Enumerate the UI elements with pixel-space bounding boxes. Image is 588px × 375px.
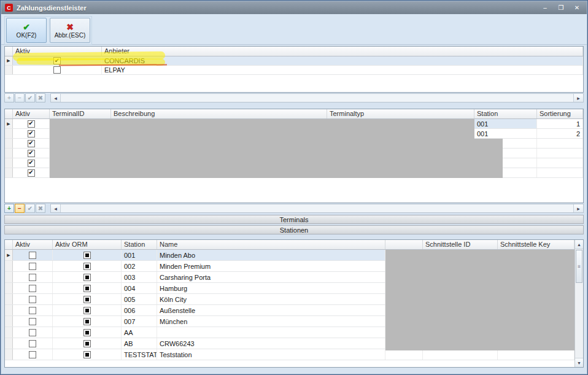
column-header-sortierung[interactable]: Sortierung — [537, 109, 583, 118]
scroll-right-icon[interactable]: ▸ — [573, 204, 583, 212]
checkbox[interactable] — [29, 351, 36, 358]
checkbox[interactable] — [28, 169, 35, 177]
checkbox[interactable] — [53, 66, 61, 74]
column-header-schnittstelle-id[interactable]: Schnittstelle ID — [423, 240, 498, 249]
aktiv-cell — [13, 168, 50, 177]
row-selector[interactable] — [5, 66, 13, 74]
scroll-left-icon[interactable]: ◂ — [51, 94, 61, 102]
minimize-button[interactable]: – — [539, 3, 551, 12]
checkbox[interactable] — [29, 296, 36, 303]
row-selector[interactable] — [5, 129, 13, 138]
checkbox[interactable] — [83, 296, 91, 303]
horizontal-scrollbar[interactable]: ◂ ▸ — [50, 204, 584, 213]
checkbox[interactable] — [83, 318, 91, 325]
column-header-aktiv[interactable]: Aktiv — [13, 240, 53, 249]
add-row-button[interactable]: + — [4, 93, 14, 102]
row-selector[interactable] — [5, 250, 13, 260]
aktiv-cell — [13, 327, 53, 338]
horizontal-scrollbar[interactable]: ◂ ▸ — [50, 93, 584, 102]
post-edit-button[interactable]: ✔ — [25, 204, 35, 213]
post-edit-button[interactable]: ✔ — [25, 93, 35, 102]
row-selector[interactable] — [5, 149, 13, 158]
row-selector[interactable] — [5, 316, 13, 327]
table-row[interactable]: CONCARDIS — [5, 56, 583, 66]
row-selector[interactable] — [5, 158, 13, 168]
section-band-terminals[interactable]: Terminals — [4, 215, 584, 224]
scroll-up-icon[interactable]: ▲ — [575, 240, 583, 249]
column-header-station[interactable]: Station — [474, 109, 537, 118]
close-button[interactable]: ✕ — [571, 3, 583, 12]
ok-button[interactable]: ✔ OK(F2) — [6, 18, 47, 43]
row-selector[interactable] — [5, 349, 13, 360]
checkbox[interactable] — [29, 318, 36, 325]
checkbox[interactable] — [83, 274, 91, 281]
checkbox[interactable] — [28, 150, 35, 157]
cancel-edit-button[interactable]: ✖ — [36, 204, 45, 213]
checkbox[interactable] — [83, 329, 91, 336]
column-header-name[interactable]: Name — [157, 240, 385, 249]
terminal-navigator: + − ✔ ✖ ◂ ▸ — [4, 204, 584, 213]
row-selector[interactable] — [5, 261, 13, 271]
aktiv-cell — [13, 250, 53, 260]
checkbox[interactable] — [28, 130, 35, 137]
anbieter-cell: ELPAY — [102, 66, 583, 74]
column-header-station[interactable]: Station — [122, 240, 157, 249]
column-header-anbieter[interactable]: Anbieter — [102, 47, 583, 56]
column-header-schnittstelle-key[interactable]: Schnittstelle Key — [498, 240, 574, 249]
delete-row-button[interactable]: − — [15, 93, 25, 102]
checkbox[interactable] — [28, 160, 35, 167]
table-row[interactable]: ELPAY — [5, 66, 583, 75]
maximize-button[interactable]: ❐ — [555, 3, 567, 12]
checkbox[interactable] — [29, 252, 36, 259]
checkbox[interactable] — [29, 307, 36, 314]
cancel-button[interactable]: ✖ Abbr.(ESC) — [50, 18, 90, 43]
row-selector[interactable] — [5, 56, 13, 65]
checkbox[interactable] — [29, 274, 36, 281]
column-header-aktiv-orm[interactable]: Aktiv ORM — [53, 240, 122, 249]
row-selector[interactable] — [5, 119, 13, 128]
scrollbar-thumb[interactable]: ≡ — [576, 250, 582, 283]
row-selector[interactable] — [5, 272, 13, 282]
station-cell: AB — [122, 338, 157, 349]
aktiv-orm-cell — [53, 283, 122, 293]
column-header-aktiv[interactable]: Aktiv — [13, 109, 50, 118]
aktiv-orm-cell — [53, 349, 122, 360]
station-cell: 007 — [122, 316, 157, 327]
row-selector[interactable] — [5, 294, 13, 304]
checkbox[interactable] — [83, 263, 91, 270]
checkbox[interactable] — [29, 263, 36, 270]
row-selector[interactable] — [5, 305, 13, 315]
row-selector[interactable] — [5, 338, 13, 349]
row-selector[interactable] — [5, 327, 13, 338]
checkbox[interactable] — [29, 285, 36, 292]
add-row-button[interactable]: + — [4, 204, 14, 213]
checkbox[interactable] — [83, 340, 91, 347]
checkbox[interactable] — [28, 140, 35, 147]
scroll-right-icon[interactable]: ▸ — [573, 94, 583, 102]
checkbox[interactable] — [28, 120, 35, 128]
scrollbar-track[interactable] — [575, 284, 583, 358]
row-selector[interactable] — [5, 139, 13, 148]
aktiv-orm-cell — [53, 250, 122, 260]
checkbox[interactable] — [83, 285, 91, 292]
station-cell: 002 — [122, 261, 157, 271]
column-header-aktiv[interactable]: Aktiv — [13, 47, 102, 56]
row-selector[interactable] — [5, 283, 13, 293]
checkbox[interactable] — [53, 57, 61, 64]
checkbox[interactable] — [83, 252, 91, 259]
table-row[interactable]: TESTSTATTeststation — [5, 349, 574, 360]
checkbox[interactable] — [29, 340, 36, 347]
checkbox[interactable] — [29, 329, 36, 336]
checkbox[interactable] — [83, 351, 91, 358]
section-band-stationen[interactable]: Stationen — [4, 225, 584, 234]
vertical-scrollbar[interactable]: ▲ ≡ ▼ — [574, 240, 583, 367]
cancel-edit-button[interactable]: ✖ — [36, 93, 45, 102]
column-header-beschreibung[interactable]: Beschreibung — [111, 109, 327, 118]
delete-row-button[interactable]: − — [15, 204, 25, 213]
column-header-terminaltyp[interactable]: Terminaltyp — [327, 109, 474, 118]
scroll-down-icon[interactable]: ▼ — [575, 358, 583, 367]
column-header-terminalid[interactable]: TerminalID — [50, 109, 111, 118]
scroll-left-icon[interactable]: ◂ — [51, 204, 61, 212]
row-selector[interactable] — [5, 168, 13, 177]
checkbox[interactable] — [83, 307, 91, 314]
